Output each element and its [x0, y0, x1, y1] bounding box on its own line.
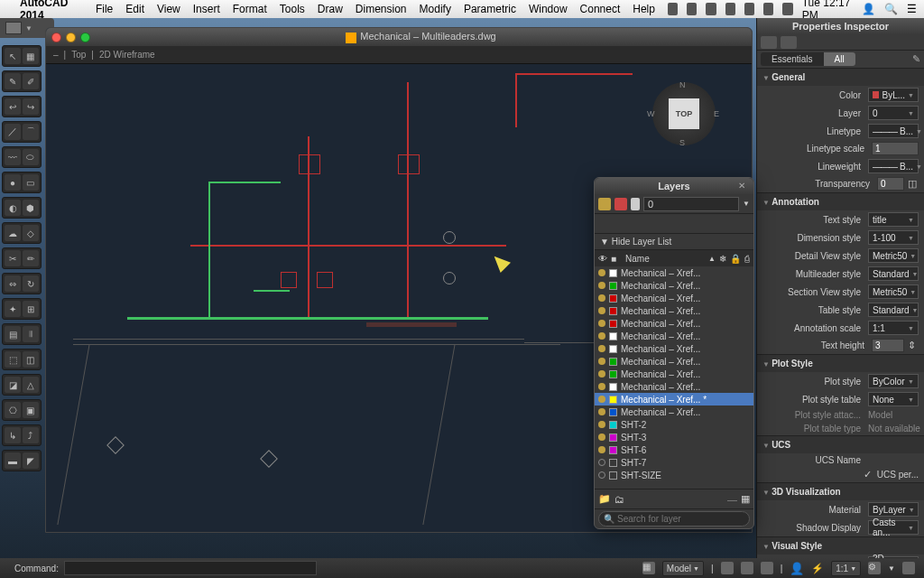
- annotation-autoscale-icon[interactable]: ⚡: [811, 563, 824, 574]
- material-dropdown[interactable]: ByLayer▼: [868, 502, 919, 517]
- layer-row[interactable]: Mechanical – Xref...: [595, 380, 753, 393]
- tool-button[interactable]: △: [23, 377, 39, 393]
- layer-row[interactable]: Mechanical – Xref...: [595, 304, 753, 317]
- properties-tab-icon[interactable]: [761, 36, 777, 49]
- layer-visibility-icon[interactable]: [598, 307, 605, 314]
- layer-visibility-icon[interactable]: [598, 459, 605, 466]
- layer-visibility-icon[interactable]: [598, 434, 605, 441]
- layer-state-icon[interactable]: [598, 198, 611, 210]
- layer-visibility-icon[interactable]: [598, 383, 605, 390]
- tool-button[interactable]: ▬: [5, 452, 21, 469]
- menuextra-icon[interactable]: [706, 3, 716, 15]
- layer-visibility-icon[interactable]: [598, 370, 605, 378]
- layer-visibility-icon[interactable]: [598, 282, 605, 289]
- tool-button[interactable]: ↪: [23, 98, 39, 115]
- layer-color-icon[interactable]: [614, 198, 627, 210]
- mleader-style-dropdown[interactable]: Standard▼: [868, 266, 919, 281]
- layer-name-field[interactable]: [631, 198, 640, 210]
- layer-color-swatch[interactable]: [609, 269, 617, 277]
- zoom-icon[interactable]: [80, 33, 90, 42]
- layer-visibility-icon[interactable]: [598, 421, 605, 428]
- tool-button[interactable]: ✂: [5, 250, 21, 266]
- tool-button[interactable]: ↳: [5, 427, 21, 443]
- layer-color-swatch[interactable]: [609, 434, 617, 442]
- ucs-per-checkbox[interactable]: ✓: [863, 469, 873, 480]
- tool-button[interactable]: ⎔: [5, 402, 21, 418]
- status-snap-icon[interactable]: [741, 562, 753, 574]
- color-dropdown[interactable]: ByL...▼: [868, 88, 919, 102]
- layer-color-swatch[interactable]: [609, 307, 617, 315]
- layer-visibility-icon[interactable]: [598, 408, 605, 415]
- spotlight-icon[interactable]: 🔍: [884, 3, 898, 15]
- plot-style-dropdown[interactable]: ByColor▼: [868, 374, 919, 388]
- menu-format[interactable]: Format: [233, 3, 267, 15]
- filter-all[interactable]: All: [824, 52, 855, 66]
- layer-collapse-icon[interactable]: —: [727, 494, 737, 505]
- layer-visibility-icon[interactable]: [598, 269, 605, 276]
- user-icon[interactable]: 👤: [862, 3, 875, 15]
- tool-button[interactable]: ⫴: [23, 326, 39, 342]
- layer-color-swatch[interactable]: [609, 383, 617, 391]
- menu-parametric[interactable]: Parametric: [464, 3, 516, 15]
- layer-search-input[interactable]: [598, 511, 750, 527]
- layer-row[interactable]: Mechanical – Xref...: [595, 266, 753, 279]
- annotation-scale[interactable]: 1:1 ▼: [831, 561, 861, 576]
- tool-button[interactable]: ▦: [23, 48, 39, 64]
- document-titlebar[interactable]: Mechanical – Multileaders.dwg: [46, 28, 752, 46]
- color-header-icon[interactable]: ■: [611, 254, 616, 264]
- anno-scale-dropdown[interactable]: 1:1▼: [868, 321, 919, 335]
- layer-color-swatch[interactable]: [609, 282, 617, 290]
- layers-panel[interactable]: Layers ✕ 0 ▼ ▼ Hide Layer List 👁 ■ Name …: [594, 177, 754, 529]
- menuextra-icon[interactable]: [668, 3, 678, 15]
- tool-button[interactable]: ◐: [5, 200, 21, 216]
- tool-button[interactable]: ☁: [5, 225, 21, 241]
- layer-color-swatch[interactable]: [609, 332, 617, 340]
- tool-button[interactable]: ✏: [23, 250, 39, 266]
- viewcube-face[interactable]: TOP: [669, 98, 699, 129]
- layer-visibility-icon[interactable]: [598, 345, 605, 352]
- layer-visibility-icon[interactable]: [598, 471, 605, 479]
- chevron-down-icon[interactable]: ▼: [888, 564, 895, 573]
- freeze-header-icon[interactable]: ❄: [719, 254, 726, 264]
- transparency-field[interactable]: [877, 177, 904, 191]
- section-style-dropdown[interactable]: Metric50▼: [868, 284, 919, 299]
- command-input[interactable]: [64, 561, 317, 575]
- layer-color-swatch[interactable]: [609, 408, 617, 416]
- layer-row[interactable]: SHT-6: [595, 443, 753, 456]
- plot-table-dropdown[interactable]: None▼: [868, 392, 919, 406]
- text-height-icon[interactable]: ⇕: [908, 340, 919, 352]
- text-height-field[interactable]: [872, 339, 904, 352]
- layers-column-header[interactable]: 👁 ■ Name ▲ ❄ 🔒 ⎙: [595, 250, 753, 266]
- layers-title[interactable]: Layers: [595, 178, 753, 194]
- layout-tabs-icon[interactable]: ▦: [642, 562, 655, 574]
- layer-visibility-icon[interactable]: [598, 396, 605, 403]
- close-icon[interactable]: [51, 33, 61, 42]
- notification-center-icon[interactable]: ☰: [907, 3, 917, 15]
- workspace-switch-icon[interactable]: ⚙: [868, 562, 881, 574]
- menu-tools[interactable]: Tools: [280, 3, 305, 15]
- view-cube[interactable]: TOP N E S W: [652, 82, 716, 145]
- lock-header-icon[interactable]: 🔒: [730, 254, 741, 264]
- layer-row[interactable]: Mechanical – Xref...: [595, 279, 753, 292]
- tool-button[interactable]: ↻: [23, 275, 39, 292]
- name-header[interactable]: Name: [625, 254, 705, 264]
- menu-edit[interactable]: Edit: [125, 3, 144, 15]
- layer-filter-icon[interactable]: 📁: [598, 493, 611, 505]
- menu-insert[interactable]: Insert: [193, 3, 220, 15]
- chevron-down-icon[interactable]: ▼: [743, 200, 750, 208]
- layer-visibility-icon[interactable]: [598, 332, 605, 340]
- layer-row[interactable]: Mechanical – Xref...: [595, 342, 753, 355]
- layer-color-swatch[interactable]: [609, 358, 617, 366]
- layer-row[interactable]: SHT-3: [595, 431, 753, 443]
- tool-button[interactable]: ◤: [23, 452, 39, 469]
- tool-button[interactable]: ／: [5, 124, 21, 140]
- tool-button[interactable]: ▭: [23, 174, 39, 191]
- tool-button[interactable]: ●: [5, 174, 21, 191]
- status-tray-icon[interactable]: [902, 562, 915, 574]
- linetype-scale-field[interactable]: [872, 142, 919, 155]
- view-label[interactable]: Top: [71, 50, 86, 60]
- menu-file[interactable]: File: [96, 3, 113, 15]
- properties-body[interactable]: General ColorByL...▼ Layer0▼ Linetype———…: [757, 69, 924, 560]
- menuextra-icon[interactable]: [763, 3, 773, 15]
- layer-settings-icon[interactable]: ▦: [741, 493, 750, 505]
